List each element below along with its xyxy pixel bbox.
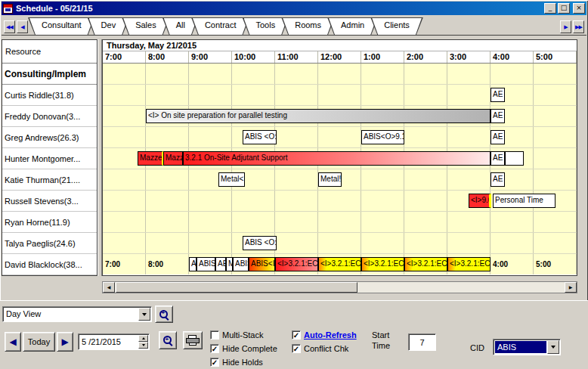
- event[interactable]: AE: [491, 172, 505, 187]
- view-mode-dropdown-button[interactable]: [138, 308, 150, 321]
- event[interactable]: AE: [491, 88, 505, 102]
- spin-up-button[interactable]: [138, 335, 148, 342]
- checkbox-label[interactable]: Auto-Refresh: [304, 330, 357, 340]
- resource-row[interactable]: Talya Paeglis(24.6): [2, 233, 97, 254]
- event[interactable]: Personal Time: [493, 194, 556, 208]
- resource-panel: Resource Consulting/Implem Curtis Riddle…: [2, 39, 97, 276]
- maximize-button[interactable]: □: [558, 3, 570, 14]
- event[interactable]: <I>3.2.1:ECF: [447, 257, 491, 271]
- resource-row[interactable]: Ryan Horne(11.9): [2, 212, 97, 233]
- checkmark-icon: ✓: [210, 358, 219, 367]
- close-button[interactable]: ×: [573, 3, 585, 14]
- zoom-view-button[interactable]: +: [155, 305, 173, 323]
- event[interactable]: <I>9.0: [469, 194, 491, 208]
- event[interactable]: <I> On site preparation for parallel tes…: [146, 109, 491, 123]
- checkbox-hide-complete[interactable]: ✓Hide Complete: [210, 343, 277, 354]
- magnifier-icon: +: [159, 309, 169, 320]
- checkbox-auto-refresh[interactable]: ✓Auto-Refresh: [292, 330, 357, 340]
- event[interactable]: Mazze: [163, 151, 183, 166]
- resource-list: Curtis Riddle(31.8)Freddy Donovan(3...Gr…: [2, 85, 97, 275]
- tab-scroll-last-button[interactable]: ▶▶: [573, 20, 584, 33]
- tab-label: Clients: [370, 17, 423, 29]
- event[interactable]: <I>3.2.1:ECF: [318, 257, 361, 271]
- event[interactable]: <I>3.2.1:ECF: [404, 257, 447, 271]
- hour-label: 3:00: [450, 52, 466, 61]
- event[interactable]: ABIS<I: [249, 257, 275, 271]
- tab-scroll-prev-button[interactable]: ◀: [17, 20, 28, 33]
- spin-up-icon: [142, 337, 145, 340]
- event[interactable]: AE: [491, 151, 505, 166]
- event[interactable]: ABIS: [233, 257, 249, 271]
- event[interactable]: ABIS: [197, 257, 215, 271]
- tab-scroll-first-button[interactable]: ◀◀: [4, 20, 15, 33]
- resource-column-header: Resource: [2, 40, 97, 64]
- start-time-label-line1: Start: [372, 330, 390, 340]
- event[interactable]: [505, 151, 524, 166]
- event[interactable]: ABIS<O>9.11: [361, 130, 404, 144]
- event[interactable]: M: [226, 257, 233, 271]
- hour-label: 10:00: [234, 52, 255, 61]
- date-spinner: [138, 335, 148, 349]
- cid-dropdown-button[interactable]: [547, 340, 559, 354]
- print-button[interactable]: [183, 331, 203, 349]
- zoom-date-button[interactable]: +: [159, 331, 177, 349]
- grid-row: MazzellMazze3.2.1 On-Site Adjutant Suppo…: [103, 148, 577, 169]
- scroll-left-button[interactable]: ◀: [103, 282, 115, 293]
- next-day-button[interactable]: ▶: [57, 332, 73, 352]
- tab-bar: ◀◀ ◀ ConsultantDevSalesAllContractToolsR…: [2, 15, 586, 36]
- spin-down-button[interactable]: [138, 342, 148, 349]
- event[interactable]: Mazzell: [138, 151, 163, 166]
- today-button[interactable]: Today: [23, 332, 55, 352]
- event[interactable]: <I>3.2.1:ECF: [361, 257, 404, 271]
- tab-consultant[interactable]: Consultant: [28, 17, 95, 35]
- horizontal-scrollbar[interactable]: ◀ ▶: [102, 281, 577, 293]
- event[interactable]: Metal!: [318, 172, 342, 187]
- resource-row[interactable]: Russell Stevens(3...: [2, 191, 97, 212]
- event[interactable]: ABIS <O:: [243, 236, 277, 250]
- view-mode-select[interactable]: Day View: [2, 306, 152, 322]
- grid-row: [103, 64, 577, 85]
- grid-row: <I>9.0Personal Time: [103, 191, 577, 212]
- checkbox-multi-stack[interactable]: Multi-Stack: [210, 330, 277, 340]
- cid-select[interactable]: ABIS: [493, 339, 561, 355]
- resource-group-header[interactable]: Consulting/Implem: [2, 64, 97, 85]
- resource-row[interactable]: Hunter Montgomer...: [2, 148, 97, 169]
- title-bar: Schedule - 05/21/15 _ □ ×: [2, 2, 586, 15]
- scroll-right-button[interactable]: ▶: [565, 282, 577, 293]
- event[interactable]: ABIS <O:: [243, 130, 277, 144]
- resource-row[interactable]: Katie Thurman(21....: [2, 169, 97, 191]
- tab-contract[interactable]: Contract: [191, 17, 250, 35]
- checkbox-conflict-chk[interactable]: ✓Conflict Chk: [292, 343, 357, 354]
- event[interactable]: Metal<: [218, 172, 245, 187]
- start-time-label: Start Time: [372, 330, 390, 351]
- event[interactable]: 3.2.1 On-Site Adjutant Support: [183, 151, 491, 166]
- checkmark-icon: ✓: [292, 330, 301, 340]
- date-picker[interactable]: 5 /21/2015: [78, 333, 150, 350]
- event[interactable]: <I>3.2.1:ECF: [275, 257, 318, 271]
- grid-row: AE: [103, 85, 577, 106]
- resource-row[interactable]: Freddy Donovan(3...: [2, 106, 97, 127]
- tab-clients[interactable]: Clients: [370, 17, 423, 35]
- resource-row[interactable]: David Blacklock(38...: [2, 254, 97, 275]
- checkbox-label: Multi-Stack: [222, 330, 263, 340]
- scrollbar-thumb[interactable]: [116, 282, 357, 293]
- previous-day-button[interactable]: ◀: [5, 332, 21, 352]
- hour-label: 8:00: [148, 52, 165, 61]
- event[interactable]: AE: [491, 130, 505, 144]
- cid-label: CID: [470, 343, 484, 352]
- tab-scroll-next-button[interactable]: ▶: [560, 20, 571, 33]
- start-time-input[interactable]: [408, 333, 436, 351]
- hour-label: 11:00: [277, 52, 299, 61]
- checkbox-hide-holds[interactable]: ✓Hide Holds: [210, 357, 277, 367]
- tab-label: Consultant: [28, 17, 95, 29]
- checkbox-box: [210, 330, 219, 340]
- event[interactable]: AE: [215, 257, 226, 271]
- resource-row[interactable]: Curtis Riddle(31.8): [2, 85, 97, 106]
- resource-row[interactable]: Greg Andrews(26.3): [2, 127, 97, 148]
- grid-row: <I> On site preparation for parallel tes…: [103, 106, 577, 127]
- minimize-button[interactable]: _: [544, 3, 556, 14]
- checkbox-label: Conflict Chk: [304, 344, 348, 353]
- event[interactable]: AE: [491, 109, 505, 123]
- event[interactable]: A: [189, 257, 197, 271]
- window-title: Schedule - 05/21/15: [16, 4, 543, 13]
